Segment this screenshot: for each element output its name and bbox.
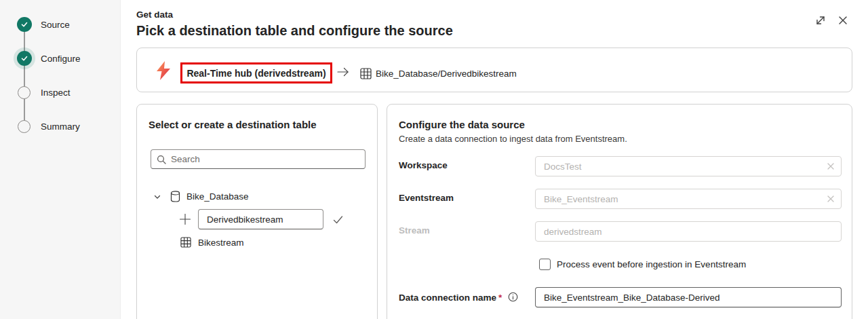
- step-inspect[interactable]: Inspect: [0, 84, 121, 100]
- existing-table-name: Bikestream: [198, 238, 244, 248]
- lightning-bolt-icon: [155, 60, 172, 81]
- tree-node-database[interactable]: Bike_Database: [153, 191, 249, 202]
- step-summary[interactable]: Summary: [0, 118, 121, 134]
- search-icon: [157, 155, 166, 164]
- configure-source-panel: Configure the data source Create a data …: [387, 104, 852, 319]
- new-table-name-input[interactable]: [198, 209, 323, 229]
- workspace-label: Workspace: [399, 160, 448, 170]
- configure-panel-title: Configure the data source: [399, 119, 525, 130]
- required-asterisk: *: [498, 293, 502, 303]
- workspace-field: [535, 156, 842, 176]
- table-icon: [180, 237, 191, 248]
- empty-circle-icon: [18, 120, 31, 133]
- step-label: Source: [41, 20, 70, 30]
- destination-path: Bike_Database/Derivedbikestream: [376, 69, 517, 79]
- plus-icon[interactable]: [179, 213, 191, 225]
- destination-table-panel: Select or create a destination table: [136, 104, 378, 319]
- clear-x-icon[interactable]: [826, 162, 835, 171]
- step-label: Inspect: [41, 88, 71, 98]
- stepper-connector: [24, 24, 25, 126]
- process-event-label: Process event before ingestion in Events…: [557, 259, 746, 269]
- configure-panel-subtitle: Create a data connection to ingest data …: [399, 134, 627, 144]
- table-icon: [360, 68, 372, 79]
- tree-node-existing-table[interactable]: Bikestream: [180, 237, 244, 248]
- source-highlight-annotation: Real-Time hub (derivedstream): [180, 62, 332, 83]
- empty-circle-icon: [18, 86, 31, 99]
- check-circle-icon: [17, 51, 32, 66]
- page-title: Pick a destination table and configure t…: [136, 23, 453, 39]
- search-input[interactable]: [171, 154, 359, 164]
- step-source[interactable]: Source: [0, 16, 121, 33]
- database-name: Bike_Database: [186, 191, 249, 202]
- eventstream-input[interactable]: [544, 194, 826, 204]
- process-event-checkbox[interactable]: [539, 259, 551, 270]
- connection-name-label-text: Data connection name: [399, 293, 496, 303]
- step-label: Configure: [41, 54, 81, 64]
- connection-name-label: Data connection name*: [399, 293, 502, 303]
- info-icon[interactable]: [508, 292, 518, 302]
- workspace-input[interactable]: [544, 162, 826, 172]
- table-search[interactable]: [151, 149, 366, 169]
- eventstream-field: [535, 189, 842, 209]
- stream-field: [535, 221, 842, 242]
- database-icon: [170, 191, 180, 202]
- connection-name-input[interactable]: [544, 293, 835, 303]
- step-configure[interactable]: Configure: [0, 50, 121, 67]
- connection-name-field: [535, 287, 842, 307]
- destination-panel-title: Select or create a destination table: [149, 119, 317, 130]
- chevron-down-icon[interactable]: [153, 193, 161, 201]
- source-destination-banner: Real-Time hub (derivedstream) Bike_Datab…: [136, 48, 852, 92]
- check-circle-icon: [17, 17, 32, 32]
- source-label: Real-Time hub (derivedstream): [186, 68, 326, 79]
- confirm-checkmark-icon[interactable]: [332, 214, 344, 225]
- close-icon[interactable]: [836, 14, 850, 27]
- dialog-eyebrow: Get data: [136, 10, 173, 20]
- expand-icon[interactable]: [814, 14, 827, 27]
- tree-node-new-table: [179, 209, 344, 229]
- wizard-stepper: Source Configure Inspect Summary: [0, 0, 121, 319]
- stream-label: Stream: [399, 225, 430, 236]
- clear-x-icon[interactable]: [826, 194, 835, 204]
- process-event-row: Process event before ingestion in Events…: [539, 259, 746, 270]
- get-data-dialog: Source Configure Inspect Summary Get dat…: [0, 0, 868, 319]
- eventstream-label: Eventstream: [399, 193, 454, 203]
- arrow-right-icon: [336, 67, 350, 77]
- stream-input: [544, 227, 835, 237]
- step-label: Summary: [41, 121, 80, 132]
